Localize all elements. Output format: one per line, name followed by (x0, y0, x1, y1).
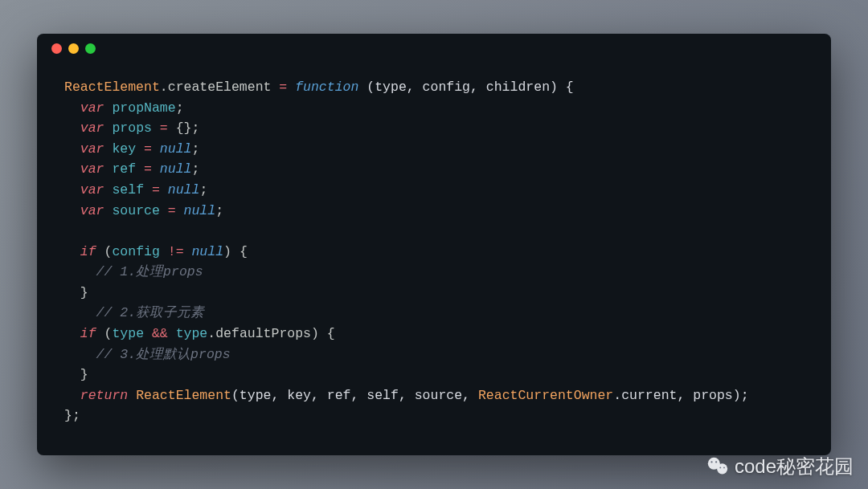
watermark: code秘密花园 (706, 454, 854, 479)
keyword-if: if (80, 326, 96, 341)
window-titlebar (37, 34, 831, 63)
indent (64, 244, 80, 259)
punct: ; (191, 141, 199, 157)
comment: // 3.处理默认props (96, 347, 231, 362)
code-line: }; (64, 408, 80, 423)
punct: }; (64, 408, 80, 423)
code-line: if (config != null) { (64, 244, 248, 259)
null-literal: null (152, 161, 192, 177)
operator: = (144, 141, 152, 157)
indent (64, 203, 80, 218)
variable: source (104, 203, 168, 218)
keyword-var: var (80, 203, 104, 218)
operator: = (144, 161, 152, 177)
code-line: } (64, 285, 88, 300)
null-literal: null (184, 244, 224, 259)
maximize-icon[interactable] (85, 43, 96, 54)
identifier: ReactElement (128, 388, 231, 403)
args: .current, props); (613, 388, 748, 403)
svg-point-4 (719, 467, 721, 468)
code-line: // 1.处理props (64, 264, 203, 279)
indent (64, 367, 80, 382)
svg-point-2 (710, 461, 712, 463)
wechat-icon (706, 454, 730, 479)
keyword-var: var (80, 161, 104, 177)
member: .defaultProps) { (207, 326, 334, 341)
operator: = (152, 182, 160, 198)
indent (64, 182, 80, 198)
punct: } (80, 285, 88, 300)
svg-point-3 (715, 461, 717, 463)
identifier: ReactElement (64, 79, 160, 95)
code-line: } (64, 367, 88, 382)
punct: {}; (168, 120, 200, 136)
variable: key (104, 141, 145, 157)
indent (64, 388, 80, 403)
indent (64, 285, 80, 300)
close-icon[interactable] (51, 43, 62, 54)
variable: config (112, 244, 167, 259)
punct: ( (96, 244, 113, 259)
operator: = (168, 203, 176, 218)
null-literal: null (152, 141, 192, 157)
punct: ( (96, 326, 113, 341)
keyword-return: return (80, 388, 128, 403)
operator: = (160, 120, 168, 136)
keyword-var: var (80, 120, 104, 136)
code-line: ReactElement.createElement = function (t… (64, 79, 574, 95)
code-line: var ref = null; (64, 161, 199, 177)
punct: ; (199, 182, 207, 198)
punct: ) { (223, 244, 248, 259)
indent (64, 120, 80, 136)
minimize-icon[interactable] (68, 43, 79, 54)
indent (64, 326, 80, 341)
keyword-function: function (287, 79, 358, 95)
operator: = (279, 79, 287, 95)
keyword-var: var (80, 141, 104, 157)
code-content: ReactElement.createElement = function (t… (37, 63, 831, 433)
indent (64, 161, 80, 177)
indent (64, 141, 80, 157)
code-line: var self = null; (64, 182, 207, 198)
null-literal: null (176, 203, 216, 218)
keyword-if: if (80, 244, 96, 259)
watermark-text: code秘密花园 (735, 454, 854, 479)
variable: ref (104, 161, 145, 177)
punct: } (80, 367, 88, 382)
keyword-var: var (80, 100, 104, 116)
null-literal: null (160, 182, 200, 198)
variable: type (168, 326, 208, 341)
comment: // 2.获取子元素 (96, 305, 205, 320)
params: (type, config, children) { (358, 79, 573, 95)
operator: != (168, 244, 184, 259)
keyword-var: var (80, 182, 104, 198)
indent (64, 305, 96, 320)
variable: props (104, 120, 160, 136)
variable: type (112, 326, 152, 341)
svg-point-5 (723, 467, 725, 468)
variable: self (104, 182, 152, 198)
punct: ; (191, 161, 199, 177)
operator: && (152, 326, 168, 341)
code-editor-window: ReactElement.createElement = function (t… (37, 34, 831, 455)
punct: ; (215, 203, 223, 218)
code-line: return ReactElement(type, key, ref, self… (64, 388, 749, 403)
code-line: if (type && type.defaultProps) { (64, 326, 335, 341)
blank-line (64, 223, 72, 238)
indent (64, 100, 80, 116)
code-line: var key = null; (64, 141, 199, 157)
code-line: var propName; (64, 100, 184, 116)
code-line: var source = null; (64, 203, 223, 218)
args: (type, key, ref, self, source, (231, 388, 478, 403)
identifier: ReactCurrentOwner (478, 388, 613, 403)
indent (64, 264, 96, 279)
variable: propName (104, 100, 176, 116)
punct: ; (176, 100, 184, 116)
comment: // 1.处理props (96, 264, 203, 279)
indent (64, 347, 96, 362)
code-line: var props = {}; (64, 120, 199, 136)
svg-point-1 (717, 463, 727, 474)
code-line: // 2.获取子元素 (64, 305, 204, 320)
code-line: // 3.处理默认props (64, 347, 231, 362)
member: .createElement (160, 79, 280, 95)
